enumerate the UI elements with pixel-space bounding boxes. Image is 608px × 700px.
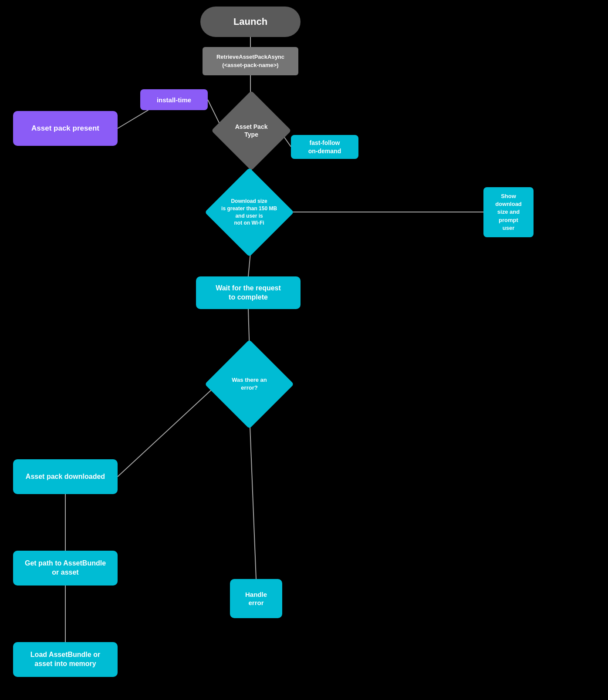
retrieve-node: RetrieveAssetPackAsync(<asset-pack-name>… bbox=[203, 47, 298, 75]
install-time-node: install-time bbox=[140, 89, 208, 110]
retrieve-label: RetrieveAssetPackAsync(<asset-pack-name>… bbox=[216, 53, 284, 69]
asset-present-node: Asset pack present bbox=[13, 111, 118, 146]
asset-present-label: Asset pack present bbox=[31, 124, 99, 133]
asset-downloaded-label: Asset pack downloaded bbox=[26, 473, 105, 481]
error-diamond-label: Was there anerror? bbox=[232, 376, 267, 392]
connector-lines bbox=[0, 0, 608, 700]
svg-line-9 bbox=[118, 384, 218, 477]
wait-node: Wait for the requestto complete bbox=[196, 276, 301, 309]
launch-label: Launch bbox=[233, 16, 267, 27]
download-size-diamond: Download sizeis greater than 150 MBand u… bbox=[205, 168, 294, 257]
install-time-label: install-time bbox=[157, 96, 191, 104]
asset-downloaded-node: Asset pack downloaded bbox=[13, 459, 118, 494]
load-asset-node: Load AssetBundle orasset into memory bbox=[13, 642, 118, 677]
svg-line-12 bbox=[250, 416, 256, 579]
get-path-node: Get path to AssetBundleor asset bbox=[13, 551, 118, 586]
load-asset-label: Load AssetBundle orasset into memory bbox=[30, 650, 100, 669]
error-diamond: Was there anerror? bbox=[205, 340, 294, 429]
launch-node: Launch bbox=[200, 7, 301, 37]
show-download-node: Showdownloadsize andpromptuser bbox=[483, 187, 534, 237]
handle-error-node: Handleerror bbox=[230, 579, 282, 618]
wait-label: Wait for the requestto complete bbox=[216, 284, 281, 302]
fast-follow-label: fast-followon-demand bbox=[308, 139, 341, 155]
asset-pack-type-label: Asset PackType bbox=[235, 123, 268, 138]
show-download-label: Showdownloadsize andpromptuser bbox=[495, 192, 522, 232]
download-size-label: Download sizeis greater than 150 MBand u… bbox=[221, 198, 277, 227]
asset-pack-type-diamond: Asset PackType bbox=[211, 91, 291, 171]
flowchart: Launch RetrieveAssetPackAsync(<asset-pac… bbox=[0, 0, 608, 700]
get-path-label: Get path to AssetBundleor asset bbox=[25, 559, 106, 577]
handle-error-label: Handleerror bbox=[245, 590, 267, 607]
fast-follow-node: fast-followon-demand bbox=[291, 135, 358, 159]
